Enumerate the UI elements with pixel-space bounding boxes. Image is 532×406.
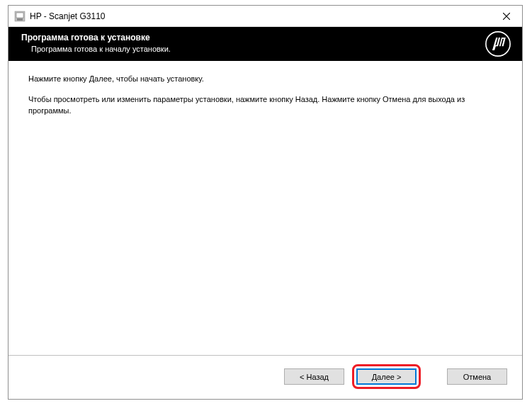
header-title: Программа готова к установке [21, 33, 509, 43]
instruction-text-2: Чтобы просмотреть или изменить параметры… [28, 94, 502, 116]
close-icon [503, 13, 510, 20]
close-button[interactable] [490, 6, 522, 26]
header-subtitle: Программа готова к началу установки. [31, 45, 509, 53]
window-title: HP - Scanjet G3110 [30, 11, 490, 21]
titlebar: HP - Scanjet G3110 [9, 6, 522, 27]
svg-rect-1 [16, 13, 23, 18]
content-area: Нажмите кнопку Далее, чтобы начать устан… [9, 61, 522, 355]
next-button[interactable]: Далее > [356, 368, 417, 385]
next-button-highlight: Далее > [352, 364, 421, 389]
app-icon [14, 11, 26, 22]
instruction-text-1: Нажмите кнопку Далее, чтобы начать устан… [28, 74, 502, 84]
header-banner: Программа готова к установке Программа г… [9, 27, 522, 61]
svg-rect-2 [17, 18, 23, 21]
cancel-button[interactable]: Отмена [447, 368, 507, 385]
installer-window: HP - Scanjet G3110 Программа готова к ус… [8, 5, 523, 400]
hp-logo-icon [485, 31, 511, 57]
back-button[interactable]: < Назад [284, 368, 344, 385]
button-bar: < Назад Далее > Отмена [9, 355, 522, 399]
